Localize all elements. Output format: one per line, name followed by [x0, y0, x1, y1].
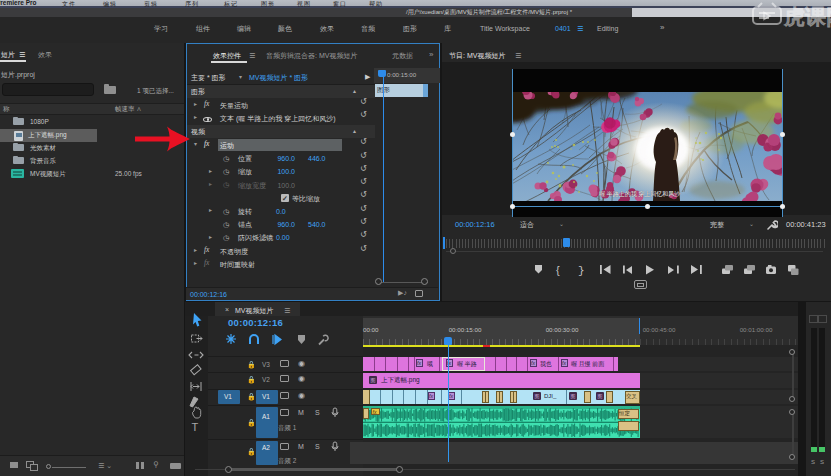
svg-text:虎课网: 虎课网: [784, 5, 831, 28]
svg-text:{: {: [556, 264, 560, 276]
svg-text:}: }: [578, 265, 585, 277]
